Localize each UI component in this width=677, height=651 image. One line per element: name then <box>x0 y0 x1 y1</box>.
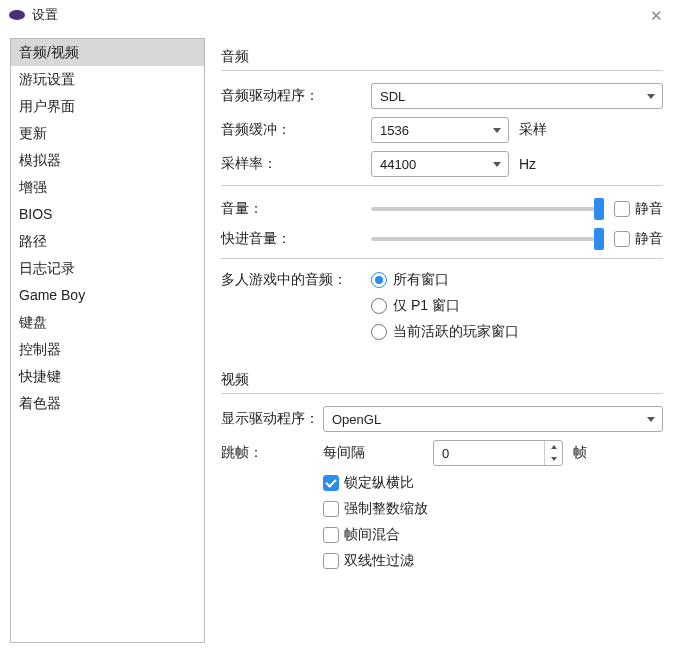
sidebar-item-paths[interactable]: 路径 <box>11 228 204 255</box>
multiplayer-audio-label: 多人游戏中的音频： <box>221 271 371 289</box>
ff-volume-slider[interactable] <box>371 228 604 250</box>
audio-driver-label: 音频驱动程序： <box>221 87 371 105</box>
ff-mute-checkbox[interactable]: 静音 <box>614 230 663 248</box>
divider <box>221 258 663 259</box>
sidebar-item-controllers[interactable]: 控制器 <box>11 336 204 363</box>
divider <box>221 70 663 71</box>
content-pane: 音频 音频驱动程序： SDL 音频缓冲： 1536 采样 采样率： 44100 … <box>205 30 677 651</box>
sidebar-item-shaders[interactable]: 着色器 <box>11 390 204 417</box>
sidebar-item-bios[interactable]: BIOS <box>11 201 204 228</box>
divider <box>221 393 663 394</box>
mute-label: 静音 <box>635 200 663 218</box>
radio-active-player[interactable]: 当前活跃的玩家窗口 <box>371 323 519 341</box>
frameskip-label: 跳帧： <box>221 444 323 462</box>
sample-rate-combo[interactable]: 44100 <box>371 151 509 177</box>
volume-label: 音量： <box>221 200 371 218</box>
interval-spinbox[interactable]: 0 <box>433 440 563 466</box>
window-title: 设置 <box>32 6 644 24</box>
bilinear-checkbox[interactable]: 双线性过滤 <box>323 552 663 570</box>
ff-volume-label: 快进音量： <box>221 230 371 248</box>
sidebar-item-shortcuts[interactable]: 快捷键 <box>11 363 204 390</box>
app-icon <box>8 8 26 22</box>
display-driver-label: 显示驱动程序： <box>221 410 323 428</box>
video-section-title: 视频 <box>221 371 663 389</box>
audio-buffer-label: 音频缓冲： <box>221 121 371 139</box>
lock-aspect-checkbox[interactable]: 锁定纵横比 <box>323 474 663 492</box>
sidebar-item-enhance[interactable]: 增强 <box>11 174 204 201</box>
sidebar-item-logging[interactable]: 日志记录 <box>11 255 204 282</box>
titlebar: 设置 ✕ <box>0 0 677 30</box>
mute-checkbox[interactable]: 静音 <box>614 200 663 218</box>
radio-all-windows[interactable]: 所有窗口 <box>371 271 519 289</box>
buffer-unit: 采样 <box>519 121 547 139</box>
audio-section-title: 音频 <box>221 48 663 66</box>
force-int-scale-checkbox[interactable]: 强制整数缩放 <box>323 500 663 518</box>
spin-down-icon[interactable] <box>545 453 562 465</box>
sidebar-item-update[interactable]: 更新 <box>11 120 204 147</box>
sidebar-item-audio-video[interactable]: 音频/视频 <box>11 39 204 66</box>
spin-up-icon[interactable] <box>545 441 562 453</box>
display-driver-combo[interactable]: OpenGL <box>323 406 663 432</box>
sidebar-item-gameplay[interactable]: 游玩设置 <box>11 66 204 93</box>
radio-p1-only[interactable]: 仅 P1 窗口 <box>371 297 519 315</box>
frame-blend-checkbox[interactable]: 帧间混合 <box>323 526 663 544</box>
ff-mute-label: 静音 <box>635 230 663 248</box>
audio-driver-combo[interactable]: SDL <box>371 83 663 109</box>
sidebar-item-interface[interactable]: 用户界面 <box>11 93 204 120</box>
audio-buffer-combo[interactable]: 1536 <box>371 117 509 143</box>
sample-rate-label: 采样率： <box>221 155 371 173</box>
sidebar-item-keyboard[interactable]: 键盘 <box>11 309 204 336</box>
svg-point-0 <box>9 10 25 20</box>
sidebar-item-emulator[interactable]: 模拟器 <box>11 147 204 174</box>
close-icon[interactable]: ✕ <box>644 8 669 23</box>
divider <box>221 185 663 186</box>
sidebar-item-gameboy[interactable]: Game Boy <box>11 282 204 309</box>
interval-label: 每间隔 <box>323 444 433 462</box>
sidebar: 音频/视频 游玩设置 用户界面 更新 模拟器 增强 BIOS 路径 日志记录 G… <box>10 38 205 643</box>
interval-unit: 帧 <box>573 444 587 462</box>
rate-unit: Hz <box>519 156 536 172</box>
volume-slider[interactable] <box>371 198 604 220</box>
